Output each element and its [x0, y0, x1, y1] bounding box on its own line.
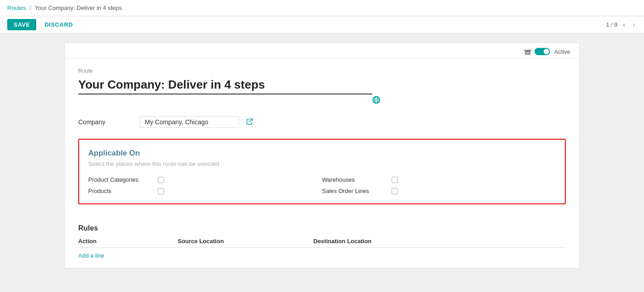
svg-rect-2 — [526, 52, 529, 53]
toolbar-right: 1 / 9 ‹ › — [606, 20, 637, 30]
toolbar-left: SAVE DISCARD — [7, 19, 77, 30]
left-checkboxes: Product Categories Products — [88, 176, 322, 194]
company-label: Company — [78, 118, 133, 126]
checkbox-row-sales-order-lines: Sales Order Lines — [322, 188, 556, 194]
main-content: Active Route Company My Company, Chicag — [64, 42, 580, 268]
active-label: Active — [554, 48, 570, 55]
rules-table-header: Action Source Location Destination Locat… — [78, 238, 566, 248]
pager-prev-button[interactable]: ‹ — [621, 20, 627, 30]
applicable-on-title: Applicable On — [88, 149, 556, 158]
archive-icon — [524, 47, 532, 56]
breadcrumb-current: Your Company: Deliver in 4 steps — [35, 5, 122, 11]
pager-text: 1 / 9 — [606, 21, 617, 28]
route-field-label: Route — [78, 68, 566, 74]
pager-next-button[interactable]: › — [631, 20, 637, 30]
form-body: Route Company My Company, Chicago — [65, 59, 579, 224]
applicable-on-subtitle: Select the places where this route can b… — [88, 160, 556, 167]
right-checkboxes: Warehouses Sales Order Lines — [322, 176, 556, 194]
rules-title: Rules — [78, 224, 566, 232]
toolbar: SAVE DISCARD 1 / 9 ‹ › — [0, 16, 644, 33]
external-link-icon[interactable] — [246, 118, 253, 126]
sales-order-lines-label: Sales Order Lines — [322, 188, 385, 194]
active-toggle[interactable] — [535, 48, 550, 55]
sales-order-lines-checkbox[interactable] — [392, 188, 398, 194]
breadcrumb-separator: / — [29, 5, 31, 11]
checkboxes-grid: Product Categories Products Warehouses — [88, 176, 556, 194]
rules-section: Rules Action Source Location Destination… — [65, 224, 579, 261]
active-badge: Active — [524, 47, 570, 56]
col-source-header: Source Location — [178, 238, 313, 245]
discard-button[interactable]: DISCARD — [40, 19, 77, 30]
company-select[interactable]: My Company, Chicago — [140, 116, 239, 128]
products-checkbox[interactable] — [158, 188, 164, 194]
checkbox-row-product-categories: Product Categories — [88, 176, 322, 183]
globe-icon[interactable] — [372, 96, 380, 105]
active-badge-row: Active — [65, 43, 579, 59]
company-row: Company My Company, Chicago — [78, 116, 566, 128]
product-categories-checkbox[interactable] — [158, 177, 164, 183]
globe-svg — [372, 96, 380, 104]
checkbox-row-products: Products — [88, 188, 322, 194]
title-row — [78, 76, 566, 105]
applicable-on-section: Applicable On Select the places where th… — [78, 139, 566, 204]
col-destination-header: Destination Location — [313, 238, 566, 245]
breadcrumb: Routes / Your Company: Deliver in 4 step… — [0, 0, 644, 16]
svg-rect-0 — [524, 50, 531, 51]
route-title-input[interactable] — [78, 76, 372, 94]
save-button[interactable]: SAVE — [7, 19, 36, 30]
warehouses-checkbox[interactable] — [392, 177, 398, 183]
product-categories-label: Product Categories — [88, 176, 152, 183]
warehouses-label: Warehouses — [322, 176, 385, 183]
add-line-button[interactable]: Add a line — [78, 250, 104, 261]
breadcrumb-parent[interactable]: Routes — [7, 5, 26, 11]
col-action-header: Action — [78, 238, 178, 245]
checkbox-row-warehouses: Warehouses — [322, 176, 556, 183]
products-label: Products — [88, 188, 152, 194]
